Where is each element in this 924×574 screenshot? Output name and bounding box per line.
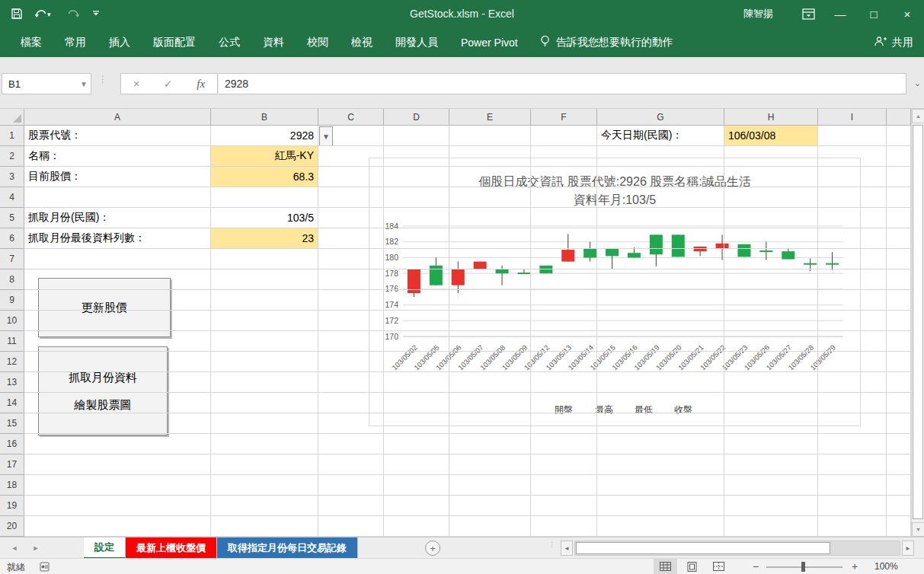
cell-H15[interactable] xyxy=(724,413,818,434)
cell-F11[interactable] xyxy=(531,331,597,352)
cell-B2[interactable]: 紅馬-KY xyxy=(211,146,318,167)
cell-B8[interactable] xyxy=(211,269,318,290)
cell-F18[interactable] xyxy=(531,475,597,496)
cell-E8[interactable] xyxy=(449,269,531,290)
ribbon-tab-10[interactable]: Power Pivot xyxy=(449,27,529,57)
cell-F6[interactable] xyxy=(531,228,597,249)
ribbon-tab-2[interactable]: 常用 xyxy=(53,27,98,57)
cell-E13[interactable] xyxy=(449,372,531,393)
cell-H17[interactable] xyxy=(724,454,818,475)
cell-extra-7[interactable] xyxy=(887,249,911,269)
vertical-scroll-thumb[interactable] xyxy=(913,125,923,519)
cell-B19[interactable] xyxy=(211,496,318,516)
cell-D17[interactable] xyxy=(384,454,449,475)
cell-E14[interactable] xyxy=(449,393,531,413)
cell-H2[interactable] xyxy=(724,146,818,167)
row-header-19[interactable]: 19 xyxy=(0,496,24,516)
cell-H9[interactable] xyxy=(724,290,818,311)
cell-extra-16[interactable] xyxy=(887,434,911,454)
cell-I6[interactable] xyxy=(818,228,887,249)
cell-C19[interactable] xyxy=(318,496,384,516)
cell-I15[interactable] xyxy=(818,413,887,434)
zoom-slider-handle[interactable] xyxy=(801,562,805,572)
col-header-C[interactable]: C xyxy=(318,109,384,126)
cell-C20[interactable] xyxy=(318,516,384,537)
cell-I17[interactable] xyxy=(818,454,887,475)
cell-F12[interactable] xyxy=(531,352,597,372)
cell-extra-17[interactable] xyxy=(887,454,911,475)
cell-C5[interactable] xyxy=(318,208,384,228)
cell-H6[interactable] xyxy=(724,228,818,249)
cell-C15[interactable] xyxy=(318,413,384,434)
cell-E4[interactable] xyxy=(449,187,531,208)
cell-D12[interactable] xyxy=(384,352,449,372)
cell-E1[interactable] xyxy=(449,126,531,146)
cell-H19[interactable] xyxy=(724,496,818,516)
cell-H13[interactable] xyxy=(724,372,818,393)
cell-E19[interactable] xyxy=(449,496,531,516)
cell-H18[interactable] xyxy=(724,475,818,496)
row-header-5[interactable]: 5 xyxy=(0,208,24,228)
zoom-out-icon[interactable]: − xyxy=(753,560,759,572)
col-header-D[interactable]: D xyxy=(384,109,449,126)
cell-A3[interactable]: 目前股價： xyxy=(24,167,211,187)
row-header-8[interactable]: 8 xyxy=(0,269,24,290)
ribbon-tab-1[interactable]: 檔案 xyxy=(9,27,53,57)
tell-me-box[interactable]: 告訴我您想要執行的動作 xyxy=(540,35,673,49)
col-header-F[interactable]: F xyxy=(531,109,597,126)
row-header-11[interactable]: 11 xyxy=(0,331,24,352)
cell-extra-4[interactable] xyxy=(887,187,911,208)
cell-B17[interactable] xyxy=(211,454,318,475)
cell-E2[interactable] xyxy=(449,146,531,167)
cell-I14[interactable] xyxy=(818,393,887,413)
cell-H1[interactable]: 106/03/08 xyxy=(724,126,818,146)
cell-D16[interactable] xyxy=(384,434,449,454)
cell-I13[interactable] xyxy=(818,372,887,393)
insert-function-icon[interactable]: fx xyxy=(197,78,205,91)
horizontal-scrollbar[interactable] xyxy=(574,541,900,556)
sheet-tab-1[interactable]: 設定 xyxy=(84,537,126,559)
cell-D19[interactable] xyxy=(384,496,449,516)
cell-B20[interactable] xyxy=(211,516,318,537)
cell-D14[interactable] xyxy=(384,393,449,413)
cell-E7[interactable] xyxy=(449,249,531,269)
cell-G14[interactable] xyxy=(597,393,724,413)
close-button[interactable]: × xyxy=(890,0,924,27)
zoom-level[interactable]: 100% xyxy=(874,561,898,572)
cell-C3[interactable] xyxy=(318,167,384,187)
cell-G1[interactable]: 今天日期(民國)： xyxy=(597,126,724,146)
cell-G10[interactable] xyxy=(597,311,724,331)
cell-B11[interactable] xyxy=(211,331,318,352)
cell-B7[interactable] xyxy=(211,249,318,269)
cell-F16[interactable] xyxy=(531,434,597,454)
formula-bar-expand-icon[interactable]: ⌄ xyxy=(914,78,921,88)
sheet-tab-3[interactable]: 取得指定月份每日交易記錄 xyxy=(217,537,358,559)
cell-C17[interactable] xyxy=(318,454,384,475)
formula-input[interactable]: 2928 xyxy=(219,73,906,94)
cell-E6[interactable] xyxy=(449,228,531,249)
name-box[interactable]: B1 ▼ xyxy=(2,73,91,94)
zoom-in-icon[interactable]: + xyxy=(852,560,858,572)
row-header-6[interactable]: 6 xyxy=(0,228,24,249)
cell-F3[interactable] xyxy=(531,167,597,187)
cell-E17[interactable] xyxy=(449,454,531,475)
cell-B9[interactable] xyxy=(211,290,318,311)
cell-B14[interactable] xyxy=(211,393,318,413)
cell-G19[interactable] xyxy=(597,496,724,516)
cell-A13[interactable] xyxy=(24,372,211,393)
cell-A12[interactable] xyxy=(24,352,211,372)
cell-A20[interactable] xyxy=(24,516,211,537)
normal-view-button[interactable] xyxy=(654,559,677,574)
cell-extra-3[interactable] xyxy=(887,167,911,187)
cell-A1[interactable]: 股票代號： xyxy=(24,126,211,146)
cell-E11[interactable] xyxy=(449,331,531,352)
vertical-scrollbar[interactable]: ▲ ▼ xyxy=(911,109,924,537)
cell-I18[interactable] xyxy=(818,475,887,496)
row-header-7[interactable]: 7 xyxy=(0,249,24,269)
cell-G13[interactable] xyxy=(597,372,724,393)
cell-D11[interactable] xyxy=(384,331,449,352)
formula-bar-grip[interactable]: ⋮ xyxy=(98,77,107,81)
hscroll-left-icon[interactable]: ◄ xyxy=(561,541,573,556)
cell-extra-18[interactable] xyxy=(887,475,911,496)
cell-I16[interactable] xyxy=(818,434,887,454)
